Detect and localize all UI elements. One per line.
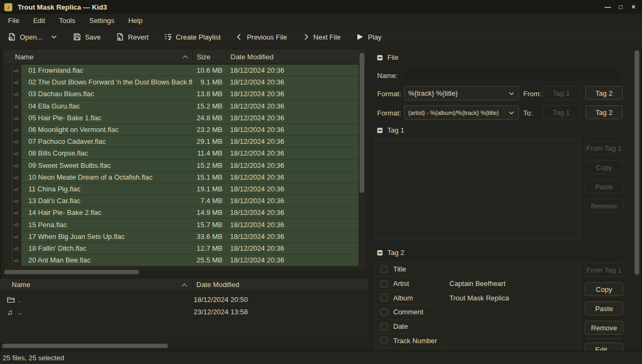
list-item[interactable]: ♫ . 18/12/2024 20:50 [0,293,368,306]
tag2-action-button[interactable]: From Tag 1 [585,263,623,277]
field-value[interactable]: Captain Beefheart [446,277,580,291]
format-from-value: %{track} %{title} [408,89,508,97]
directory-horizontal-scrollbar[interactable] [0,344,368,348]
close-icon[interactable]: × [628,2,639,12]
format-from-combobox[interactable]: %{track} %{title} [404,86,519,100]
table-row[interactable]: v2 15 Pena.flac 15.7 MB 18/12/2024 20:36 [4,219,358,230]
table-row[interactable]: v2 13 Dali's Car.flac 7.4 MB 18/12/2024 … [4,195,358,207]
tag2-field-row[interactable]: Title [375,262,580,277]
file-size-cell: 24.8 MB [193,114,227,122]
play-button[interactable]: Play [356,33,381,41]
sort-ascending-icon [183,56,188,61]
table-row[interactable]: v2 08 Bills Corpse.flac 11.4 MB 18/12/20… [4,148,358,159]
field-checkbox[interactable] [380,280,388,288]
tag2-section-header[interactable]: Tag 2 [377,249,404,257]
tag1-action-button[interactable]: Paste [585,180,623,193]
table-row[interactable]: v2 14 Hair Pie- Bake 2.flac 14.9 MB 18/1… [4,207,358,219]
table-row[interactable]: v2 04 Ella Guru.flac 15.2 MB 18/12/2024 … [4,100,358,112]
collapse-icon[interactable] [377,128,383,133]
column-header-name[interactable]: Name [4,50,193,64]
tag1-action-button[interactable]: Remove [585,199,623,213]
collapse-icon[interactable] [377,250,383,255]
field-checkbox[interactable] [380,294,388,301]
scrollbar-thumb[interactable] [635,50,639,275]
field-value[interactable] [446,305,580,319]
file-list-horizontal-scrollbar[interactable] [4,270,365,275]
tag2-action-button[interactable]: Remove [585,321,623,335]
table-row[interactable]: v2 05 Hair Pie- Bake 1.flac 24.8 MB 18/1… [4,112,358,124]
table-row[interactable]: v2 20 Ant Man Bee.flac 25.5 MB 18/12/202… [4,254,358,266]
revert-button[interactable]: Revert [116,33,148,41]
tag-panel-vertical-scrollbar[interactable] [635,48,639,351]
open-label: Open... [20,33,43,41]
field-value[interactable] [446,262,580,276]
tag2-field-row[interactable]: Comment [375,305,580,320]
menu-item[interactable]: Edit [26,15,52,26]
format-to-combobox[interactable]: {artist} - %{album}/%{track} %{title} [404,105,519,120]
column-header-date[interactable]: Date Modified [227,50,365,64]
from-tag1-label: Tag 1 [553,89,570,97]
maximize-icon[interactable]: □ [615,2,626,12]
table-row[interactable]: v2 10 Neon Meate Dream of a Octafish.fla… [4,172,358,183]
create-playlist-button[interactable]: Create Playlist [164,33,221,41]
table-row[interactable]: v2 09 Sweet Sweet Bulbs.flac 15.2 MB 18/… [4,160,358,172]
to-tag2-button[interactable]: Tag 2 [585,105,623,119]
table-row[interactable]: v2 17 When Big Joan Sets Up.flac 33.6 MB… [4,231,358,243]
tag2-field-row[interactable]: Track Number [375,334,580,348]
field-value[interactable]: Trout Mask Replica [446,291,580,305]
name-field-label: Name: [377,72,398,80]
field-checkbox[interactable] [380,308,388,316]
dir-column-header-date[interactable]: Date Modified [193,278,368,291]
menu-item[interactable]: Settings [82,15,121,26]
tag1-section-header[interactable]: Tag 1 [377,126,404,134]
scrollbar-thumb[interactable] [2,344,168,348]
minimize-icon[interactable]: — [602,2,613,12]
previous-file-button[interactable]: Previous File [235,33,287,41]
tag2-action-button[interactable]: Copy [585,282,623,296]
from-tag1-button[interactable]: Tag 1 [542,86,580,100]
dir-column-header-name[interactable]: Name [0,278,193,291]
tag2-action-button[interactable]: Edit... [585,343,623,351]
tree-branch: v2 [4,65,21,76]
from-tag2-button[interactable]: Tag 2 [585,86,623,100]
tag2-field-row[interactable]: Album Trout Mask Replica [375,291,580,305]
table-row[interactable]: v2 02 The Dust Blows Forward 'n the Dust… [4,76,358,88]
tag2-action-button[interactable]: Paste [585,301,623,315]
previous-file-label: Previous File [247,33,287,41]
table-row[interactable]: v2 18 Fallin' Ditch.flac 12.7 MB 18/12/2… [4,243,358,254]
table-row[interactable]: v2 11 China Pig.flac 19.1 MB 18/12/2024 … [4,183,358,195]
table-row[interactable]: v2 03 Dachau Blues.flac 13.8 MB 18/12/20… [4,88,358,100]
scrollbar-thumb[interactable] [360,53,364,193]
field-value[interactable] [446,334,580,347]
save-button[interactable]: Save [73,33,101,41]
table-row[interactable]: v2 01 Frownland.flac 10.6 MB 18/12/2024 … [4,65,358,76]
column-header-size[interactable]: Size [193,50,227,64]
file-section-header[interactable]: File [377,53,399,61]
field-checkbox[interactable] [380,323,388,330]
to-tag1-button[interactable]: Tag 1 [542,105,580,119]
tag-v2-badge: v2 [13,68,19,73]
tag2-field-row[interactable]: Date [375,320,580,334]
tag1-action-button[interactable]: From Tag 2 [585,141,623,155]
list-item[interactable]: ♫ .. 23/12/2024 13:58 [0,306,368,318]
open-button[interactable]: Open... [7,33,43,41]
scrollbar-thumb[interactable] [4,270,139,274]
menu-item[interactable]: Tools [52,15,82,26]
tag2-field-row[interactable]: Artist Captain Beefheart [375,277,580,291]
next-file-button[interactable]: Next File [302,33,341,41]
tag1-action-button[interactable]: Copy [585,160,623,174]
file-list-vertical-scrollbar[interactable] [360,51,364,268]
menu-item[interactable]: File [1,15,26,26]
field-checkbox[interactable] [380,337,388,344]
tree-branch: v2 [4,160,21,172]
to-label: To: [523,109,532,117]
field-checkbox[interactable] [380,266,388,273]
table-row[interactable]: v2 07 Pachuco Cadaver.flac 29.1 MB 18/12… [4,136,358,148]
sort-ascending-icon [182,284,187,289]
collapse-icon[interactable] [377,55,383,60]
field-value[interactable] [446,320,580,334]
menu-item[interactable]: Help [121,15,150,26]
table-row[interactable]: v2 06 Moonlight on Vermont.flac 23.2 MB … [4,124,358,136]
filename-input[interactable] [404,68,623,82]
open-dropdown-button[interactable] [50,33,58,41]
